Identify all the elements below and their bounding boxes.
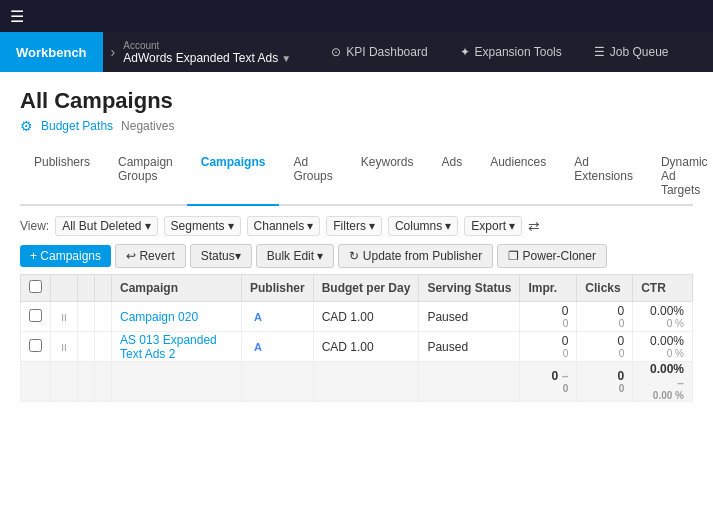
campaign-link-1[interactable]: Campaign 020 (120, 310, 198, 324)
total-clicks-val: 0 (618, 369, 625, 383)
tab-keywords[interactable]: Keywords (347, 148, 428, 206)
tab-ad-groups[interactable]: Ad Groups (279, 148, 346, 206)
total-ctr-sub: 0.00 % (641, 390, 684, 401)
columns-label: Columns (395, 219, 442, 233)
total-label (112, 362, 242, 402)
nav-job-queue[interactable]: ☰ Job Queue (578, 32, 685, 72)
channels-dropdown[interactable]: Channels ▾ (247, 216, 321, 236)
table-header-row: Campaign Publisher Budget per Day Servin… (21, 275, 693, 302)
export-label: Export (471, 219, 506, 233)
row2-icon1: ⏸ (51, 332, 78, 362)
channels-label: Channels (254, 219, 305, 233)
budget-paths-link[interactable]: Budget Paths (41, 119, 113, 133)
total-ctr-val: 0.00% (650, 362, 684, 376)
row1-clicks: 0 0 (577, 302, 633, 332)
row1-clicks-sub: 0 (585, 318, 624, 329)
tab-ads[interactable]: Ads (427, 148, 476, 206)
action-bar: + Campaigns ↩ Revert Status▾ Bulk Edit ▾… (20, 244, 693, 268)
hamburger-icon[interactable]: ☰ (10, 7, 24, 26)
view-dropdown[interactable]: All But Deleted ▾ (55, 216, 157, 236)
tab-campaign-groups[interactable]: Campaign Groups (104, 148, 187, 206)
th-publisher: Publisher (242, 275, 314, 302)
tab-campaigns[interactable]: Campaigns (187, 148, 280, 206)
tab-dynamic-ad-targets[interactable]: Dynamic Ad Targets (647, 148, 713, 206)
budget-paths-icon: ⚙ (20, 118, 33, 134)
nav-expansion-tools[interactable]: ✦ Expansion Tools (444, 32, 578, 72)
total-clicks: 0 0 (577, 362, 633, 402)
kpi-icon: ⊙ (331, 45, 341, 59)
workbench-button[interactable]: Workbench (0, 32, 103, 72)
nav-links: ⊙ KPI Dashboard ✦ Expansion Tools ☰ Job … (315, 32, 684, 72)
expansion-icon: ✦ (460, 45, 470, 59)
columns-dropdown[interactable]: Columns ▾ (388, 216, 458, 236)
update-publisher-button[interactable]: ↻ Update from Publisher (338, 244, 493, 268)
account-selector[interactable]: Account AdWords Expanded Text Ads ▼ (123, 40, 291, 65)
total-serving (419, 362, 520, 402)
total-clicks-sub: 0 (585, 383, 624, 394)
row1-icon3 (95, 302, 112, 332)
th-budget: Budget per Day (313, 275, 419, 302)
view-chevron: ▾ (145, 219, 151, 233)
filters-dropdown[interactable]: Filters ▾ (326, 216, 382, 236)
row1-serving: Paused (419, 302, 520, 332)
segments-chevron: ▾ (228, 219, 234, 233)
tab-audiences[interactable]: Audiences (476, 148, 560, 206)
row2-clicks-val: 0 (618, 334, 625, 348)
view-bar: View: All But Deleted ▾ Segments ▾ Chann… (20, 216, 693, 236)
row1-check[interactable] (29, 309, 42, 322)
tab-publishers[interactable]: Publishers (20, 148, 104, 206)
row1-ctr-sub: 0 % (641, 318, 684, 329)
total-ctr-dash: – (677, 376, 684, 390)
segments-dropdown[interactable]: Segments ▾ (164, 216, 241, 236)
nav-kpi-dashboard[interactable]: ⊙ KPI Dashboard (315, 32, 443, 72)
campaign-link-2[interactable]: AS 013 Expanded Text Ads 2 (120, 333, 217, 361)
add-campaigns-button[interactable]: + Campaigns (20, 245, 111, 267)
second-bar: Workbench › Account AdWords Expanded Tex… (0, 32, 713, 72)
row1-budget: CAD 1.00 (313, 302, 419, 332)
row2-campaign[interactable]: AS 013 Expanded Text Ads 2 (112, 332, 242, 362)
export-dropdown[interactable]: Export ▾ (464, 216, 522, 236)
power-cloner-button[interactable]: ❐ Power-Cloner (497, 244, 607, 268)
row1-checkbox[interactable] (21, 302, 51, 332)
total-publisher (242, 362, 314, 402)
th-serving: Serving Status (419, 275, 520, 302)
total-col1 (51, 362, 78, 402)
row1-ctr-val: 0.00% (650, 304, 684, 318)
segments-label: Segments (171, 219, 225, 233)
th-col3 (95, 275, 112, 302)
row1-publisher: A (242, 302, 314, 332)
bulk-edit-button[interactable]: Bulk Edit ▾ (256, 244, 335, 268)
campaigns-table: Campaign Publisher Budget per Day Servin… (20, 274, 693, 402)
total-impr: 0 – 0 (520, 362, 577, 402)
total-budget (313, 362, 419, 402)
export-chevron: ▾ (509, 219, 515, 233)
columns-chevron: ▾ (445, 219, 451, 233)
status-button[interactable]: Status▾ (190, 244, 252, 268)
row2-ctr-val: 0.00% (650, 334, 684, 348)
total-col3 (95, 362, 112, 402)
table-row: ⏸ Campaign 020 A CAD 1.00 Paused 0 0 0 0 (21, 302, 693, 332)
row2-impr-sub: 0 (528, 348, 568, 359)
filters-label: Filters (333, 219, 366, 233)
th-col2 (78, 275, 95, 302)
row2-impr-val: 0 (562, 334, 569, 348)
row2-checkbox[interactable] (21, 332, 51, 362)
row1-icon1: ⏸ (51, 302, 78, 332)
row1-campaign[interactable]: Campaign 020 (112, 302, 242, 332)
row2-clicks-sub: 0 (585, 348, 624, 359)
th-clicks: Clicks (577, 275, 633, 302)
row2-budget: CAD 1.00 (313, 332, 419, 362)
revert-button[interactable]: ↩ Revert (115, 244, 186, 268)
row1-clicks-val: 0 (618, 304, 625, 318)
top-bar: ☰ (0, 0, 713, 32)
sync-icon[interactable]: ⇄ (528, 218, 540, 234)
nav-kpi-label: KPI Dashboard (346, 45, 427, 59)
filters-chevron: ▾ (369, 219, 375, 233)
tab-ad-extensions[interactable]: Ad Extensions (560, 148, 647, 206)
row2-check[interactable] (29, 339, 42, 352)
total-row: 0 – 0 0 0 0.00% – 0.00 % (21, 362, 693, 402)
select-all-checkbox[interactable] (29, 280, 42, 293)
row2-impr: 0 0 (520, 332, 577, 362)
row2-icon3 (95, 332, 112, 362)
th-impr: Impr. (520, 275, 577, 302)
